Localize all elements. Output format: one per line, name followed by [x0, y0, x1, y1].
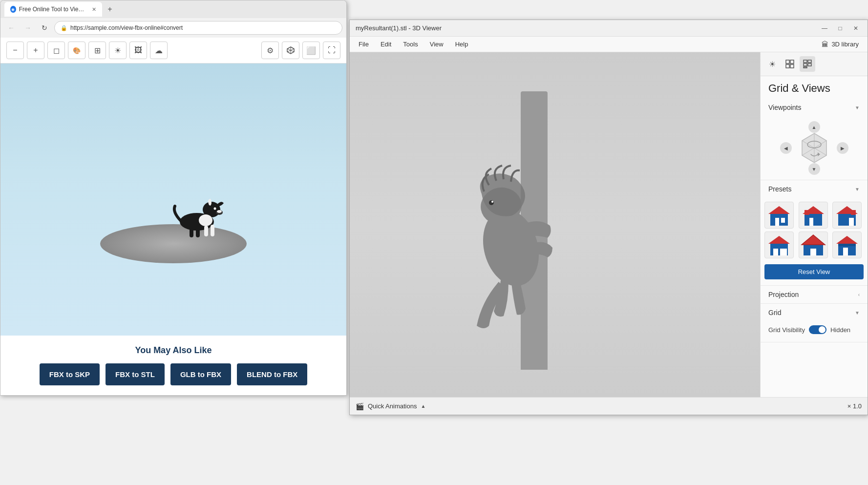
preset-item-2[interactable]: [799, 202, 828, 229]
animation-icon: 🎬: [356, 402, 364, 410]
svg-rect-48: [773, 249, 778, 255]
preset-item-6[interactable]: [832, 232, 862, 258]
preset-item-3[interactable]: [832, 202, 862, 229]
svg-point-6: [199, 214, 212, 226]
lock-icon: 🔒: [61, 25, 67, 31]
url-text: https://sample.com/view-fbx-online#conve…: [70, 24, 183, 31]
main-viewport[interactable]: [350, 52, 760, 397]
viewpoint-up-button[interactable]: ▲: [808, 121, 820, 133]
animations-chevron[interactable]: ▲: [421, 403, 425, 409]
svg-rect-25: [804, 63, 807, 66]
svg-marker-34: [768, 206, 790, 214]
back-button[interactable]: ←: [4, 21, 18, 35]
right-panel: ☀ Grid & Views Viewpoints ▼: [760, 52, 868, 397]
light-button[interactable]: ☀: [109, 42, 127, 59]
tab-title: Free Online Tool to View 3D F8: [19, 6, 87, 13]
zoom-out-button[interactable]: −: [6, 42, 24, 59]
grid-visibility-label: Grid Visibility: [768, 326, 805, 334]
menu-view[interactable]: View: [425, 39, 448, 50]
blend-to-fbx-button[interactable]: BLEND to FBX: [237, 363, 307, 385]
svg-rect-9: [204, 226, 208, 236]
sun-panel-button[interactable]: ☀: [764, 56, 780, 72]
svg-rect-10: [211, 225, 214, 236]
zoom-in-button[interactable]: +: [27, 42, 44, 59]
viewpoint-left-button[interactable]: ◀: [780, 142, 792, 154]
minimize-button[interactable]: —: [819, 22, 830, 34]
svg-rect-24: [808, 60, 811, 63]
fbx-to-stl-button[interactable]: FBX to STL: [106, 363, 165, 385]
menu-file[interactable]: File: [354, 39, 374, 50]
new-tab-button[interactable]: +: [104, 3, 116, 15]
browser-tab[interactable]: ◉ Free Online Tool to View 3D F8 ✕: [4, 2, 102, 17]
glb-to-fbx-button[interactable]: GLB to FBX: [170, 363, 231, 385]
svg-rect-23: [804, 60, 807, 63]
presets-chevron: ▼: [855, 187, 860, 192]
viewer-bottombar: 🎬 Quick Animations ▲ × 1.0: [350, 397, 868, 415]
grid-section: Grid ▼ Grid Visibility Hidden: [761, 304, 868, 342]
cube-view-button[interactable]: [282, 42, 299, 59]
menu-help[interactable]: Help: [450, 39, 473, 50]
grid-visibility-state: Hidden: [830, 326, 850, 334]
3d-model-svg: [408, 77, 643, 370]
viewpoints-label: Viewpoints: [768, 104, 801, 111]
projection-header[interactable]: Projection ‹: [761, 286, 868, 303]
library-label: 3D library: [831, 41, 859, 48]
upload-button[interactable]: ☁: [150, 42, 168, 59]
viewpoint-down-button[interactable]: ▼: [808, 163, 820, 175]
viewpoints-header[interactable]: Viewpoints ▼: [761, 99, 868, 116]
svg-rect-36: [775, 218, 779, 226]
browser-window: ◉ Free Online Tool to View 3D F8 ✕ + ← →…: [0, 0, 347, 396]
grid-header[interactable]: Grid ▼: [761, 304, 868, 321]
viewer-body: ☀ Grid & Views Viewpoints ▼: [350, 52, 868, 397]
grid-button[interactable]: ⊞: [88, 42, 106, 59]
suggestions-title: You May Also Like: [10, 345, 337, 356]
library-button[interactable]: 🏛 3D library: [817, 39, 864, 50]
viewer-area[interactable]: [0, 63, 346, 336]
viewer-titlebar: myResultant(1).stl - 3D Viewer — □ ✕: [350, 20, 868, 37]
refresh-button[interactable]: ↻: [38, 21, 51, 35]
viewpoint-right-button[interactable]: ▶: [837, 142, 848, 154]
svg-rect-57: [843, 248, 848, 255]
zoom-level: × 1.0: [847, 402, 862, 410]
fbx-to-skp-button[interactable]: FBX to SKP: [40, 363, 100, 385]
viewpoints-area: ▲ ▼ ◀ ▶: [761, 116, 868, 180]
svg-rect-52: [810, 249, 816, 255]
preset-item-1[interactable]: [764, 202, 794, 229]
reset-view-button[interactable]: Reset View: [764, 264, 864, 279]
presets-header[interactable]: Presets ▼: [761, 180, 868, 198]
svg-point-17: [489, 200, 494, 205]
forward-button[interactable]: →: [21, 21, 35, 35]
frame-button[interactable]: ◻: [47, 42, 65, 59]
grid-visibility-row: Grid Visibility Hidden: [768, 325, 860, 334]
fullscreen-button[interactable]: ⛶: [323, 42, 340, 59]
grid-content: Grid Visibility Hidden: [761, 321, 868, 342]
tab-close-button[interactable]: ✕: [92, 6, 96, 13]
menu-tools[interactable]: Tools: [398, 39, 423, 50]
projection-section: Projection ‹: [761, 286, 868, 304]
preset-item-5[interactable]: [799, 232, 828, 258]
presets-grid: [761, 198, 868, 262]
preset-item-4[interactable]: [764, 232, 794, 258]
svg-rect-7: [190, 227, 193, 237]
viewport-background: [350, 52, 760, 397]
svg-marker-50: [802, 235, 825, 245]
settings-button[interactable]: ⚙: [261, 42, 279, 59]
projection-chevron: ‹: [858, 292, 860, 297]
svg-rect-49: [780, 249, 787, 255]
svg-point-11: [214, 207, 216, 210]
address-bar[interactable]: 🔒 https://sample.com/view-fbx-online#con…: [54, 21, 342, 35]
color-button[interactable]: 🎨: [68, 42, 85, 59]
scene-container: [76, 127, 271, 273]
solid-view-button[interactable]: ⬜: [302, 42, 320, 59]
viewer-window: myResultant(1).stl - 3D Viewer — □ ✕ Fil…: [349, 20, 868, 415]
image-button[interactable]: 🖼: [129, 42, 147, 59]
maximize-button[interactable]: □: [834, 22, 846, 34]
viewpoints-chevron: ▼: [855, 105, 860, 110]
grid-panel-button[interactable]: [782, 56, 798, 72]
close-button[interactable]: ✕: [850, 22, 862, 34]
menu-edit[interactable]: Edit: [376, 39, 396, 50]
gridviews-panel-button[interactable]: [800, 56, 815, 72]
grid-visibility-toggle[interactable]: [809, 325, 826, 334]
svg-point-18: [491, 201, 493, 203]
projection-label: Projection: [768, 291, 799, 298]
